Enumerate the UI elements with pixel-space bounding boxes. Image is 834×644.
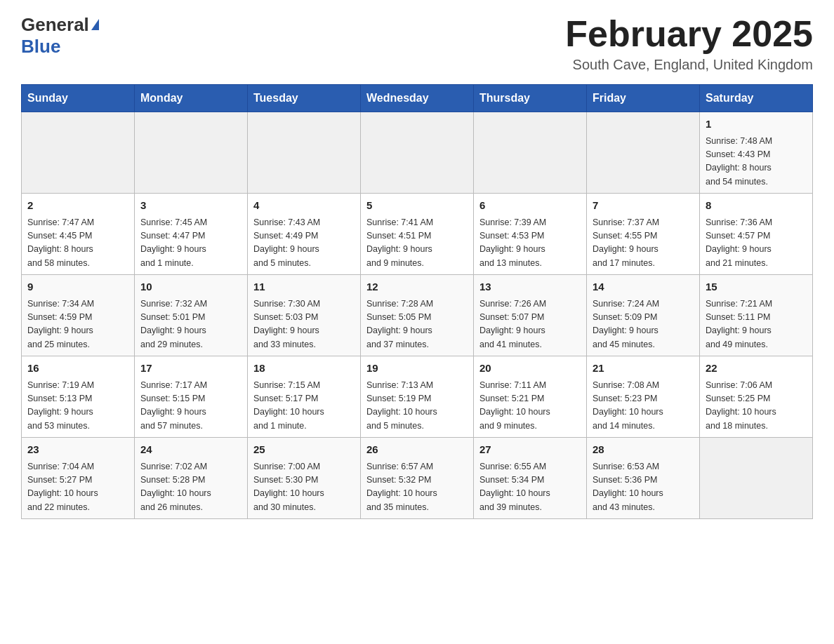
logo: General Blue	[21, 14, 99, 58]
calendar-cell: 24Sunrise: 7:02 AMSunset: 5:28 PMDayligh…	[135, 438, 248, 519]
day-info: Sunrise: 7:32 AMSunset: 5:01 PMDaylight:…	[140, 297, 241, 352]
calendar-cell: 27Sunrise: 6:55 AMSunset: 5:34 PMDayligh…	[474, 438, 587, 519]
day-info: Sunrise: 7:24 AMSunset: 5:09 PMDaylight:…	[593, 297, 694, 352]
day-number: 4	[253, 198, 355, 214]
calendar-cell: 26Sunrise: 6:57 AMSunset: 5:32 PMDayligh…	[361, 438, 474, 519]
calendar-cell: 4Sunrise: 7:43 AMSunset: 4:49 PMDaylight…	[248, 194, 361, 275]
day-info: Sunrise: 7:02 AMSunset: 5:28 PMDaylight:…	[140, 460, 241, 515]
day-info: Sunrise: 7:48 AMSunset: 4:43 PMDaylight:…	[706, 135, 807, 189]
calendar-cell: 23Sunrise: 7:04 AMSunset: 5:27 PMDayligh…	[22, 438, 135, 519]
day-info: Sunrise: 7:00 AMSunset: 5:30 PMDaylight:…	[253, 460, 355, 515]
logo-triangle-icon	[91, 19, 99, 30]
day-number: 11	[253, 279, 355, 295]
month-title: February 2025	[565, 14, 813, 54]
day-number: 12	[366, 279, 468, 295]
day-number: 8	[706, 198, 807, 214]
day-info: Sunrise: 6:55 AMSunset: 5:34 PMDaylight:…	[479, 460, 581, 515]
day-info: Sunrise: 6:57 AMSunset: 5:32 PMDaylight:…	[366, 460, 468, 515]
calendar-cell: 14Sunrise: 7:24 AMSunset: 5:09 PMDayligh…	[587, 275, 700, 356]
calendar-cell: 3Sunrise: 7:45 AMSunset: 4:47 PMDaylight…	[135, 194, 248, 275]
location-text: South Cave, England, United Kingdom	[565, 57, 813, 73]
day-number: 1	[706, 116, 807, 133]
day-number: 20	[479, 361, 581, 377]
day-info: Sunrise: 7:17 AMSunset: 5:15 PMDaylight:…	[140, 379, 241, 434]
day-number: 26	[366, 442, 468, 458]
calendar-cell: 13Sunrise: 7:26 AMSunset: 5:07 PMDayligh…	[474, 275, 587, 356]
calendar-cell: 25Sunrise: 7:00 AMSunset: 5:30 PMDayligh…	[248, 438, 361, 519]
calendar-cell: 15Sunrise: 7:21 AMSunset: 5:11 PMDayligh…	[700, 275, 813, 356]
weekday-header-wednesday: Wednesday	[361, 85, 474, 112]
calendar-cell: 12Sunrise: 7:28 AMSunset: 5:05 PMDayligh…	[361, 275, 474, 356]
calendar-cell: 19Sunrise: 7:13 AMSunset: 5:19 PMDayligh…	[361, 356, 474, 438]
calendar-cell: 5Sunrise: 7:41 AMSunset: 4:51 PMDaylight…	[361, 194, 474, 275]
day-number: 15	[706, 279, 807, 295]
weekday-header-monday: Monday	[135, 85, 248, 112]
day-number: 2	[27, 198, 128, 214]
calendar-week-row: 23Sunrise: 7:04 AMSunset: 5:27 PMDayligh…	[22, 438, 813, 519]
day-number: 23	[27, 442, 128, 458]
calendar-cell	[22, 112, 135, 194]
day-info: Sunrise: 7:37 AMSunset: 4:55 PMDaylight:…	[593, 216, 694, 271]
day-number: 24	[140, 442, 241, 458]
weekday-header-tuesday: Tuesday	[248, 85, 361, 112]
calendar-cell: 22Sunrise: 7:06 AMSunset: 5:25 PMDayligh…	[700, 356, 813, 438]
day-info: Sunrise: 7:06 AMSunset: 5:25 PMDaylight:…	[706, 379, 807, 434]
title-section: February 2025 South Cave, England, Unite…	[565, 14, 813, 73]
calendar-cell: 20Sunrise: 7:11 AMSunset: 5:21 PMDayligh…	[474, 356, 587, 438]
calendar-cell: 18Sunrise: 7:15 AMSunset: 5:17 PMDayligh…	[248, 356, 361, 438]
calendar-cell	[700, 438, 813, 519]
day-number: 10	[140, 279, 241, 295]
weekday-header-thursday: Thursday	[474, 85, 587, 112]
calendar-week-row: 1Sunrise: 7:48 AMSunset: 4:43 PMDaylight…	[22, 112, 813, 194]
day-number: 18	[253, 361, 355, 377]
day-number: 3	[140, 198, 241, 214]
day-number: 13	[479, 279, 581, 295]
day-info: Sunrise: 7:45 AMSunset: 4:47 PMDaylight:…	[140, 216, 241, 271]
day-number: 14	[593, 279, 694, 295]
day-info: Sunrise: 7:28 AMSunset: 5:05 PMDaylight:…	[366, 297, 468, 352]
day-number: 25	[253, 442, 355, 458]
calendar-cell: 21Sunrise: 7:08 AMSunset: 5:23 PMDayligh…	[587, 356, 700, 438]
weekday-header-sunday: Sunday	[22, 85, 135, 112]
calendar-cell: 7Sunrise: 7:37 AMSunset: 4:55 PMDaylight…	[587, 194, 700, 275]
calendar-cell: 10Sunrise: 7:32 AMSunset: 5:01 PMDayligh…	[135, 275, 248, 356]
calendar-table: SundayMondayTuesdayWednesdayThursdayFrid…	[21, 84, 813, 519]
calendar-cell: 2Sunrise: 7:47 AMSunset: 4:45 PMDaylight…	[22, 194, 135, 275]
calendar-cell: 8Sunrise: 7:36 AMSunset: 4:57 PMDaylight…	[700, 194, 813, 275]
day-info: Sunrise: 7:04 AMSunset: 5:27 PMDaylight:…	[27, 460, 128, 515]
day-info: Sunrise: 7:26 AMSunset: 5:07 PMDaylight:…	[479, 297, 581, 352]
calendar-cell	[474, 112, 587, 194]
day-number: 6	[479, 198, 581, 214]
logo-general-line: General	[21, 14, 99, 36]
calendar-cell	[248, 112, 361, 194]
day-info: Sunrise: 7:47 AMSunset: 4:45 PMDaylight:…	[27, 216, 128, 271]
weekday-header-saturday: Saturday	[700, 85, 813, 112]
calendar-cell: 9Sunrise: 7:34 AMSunset: 4:59 PMDaylight…	[22, 275, 135, 356]
day-number: 17	[140, 361, 241, 377]
day-info: Sunrise: 7:19 AMSunset: 5:13 PMDaylight:…	[27, 379, 128, 434]
calendar-cell: 17Sunrise: 7:17 AMSunset: 5:15 PMDayligh…	[135, 356, 248, 438]
day-info: Sunrise: 7:36 AMSunset: 4:57 PMDaylight:…	[706, 216, 807, 271]
day-number: 22	[706, 361, 807, 377]
calendar-cell	[587, 112, 700, 194]
day-info: Sunrise: 7:43 AMSunset: 4:49 PMDaylight:…	[253, 216, 355, 271]
day-number: 16	[27, 361, 128, 377]
day-info: Sunrise: 7:08 AMSunset: 5:23 PMDaylight:…	[593, 379, 694, 434]
day-number: 27	[479, 442, 581, 458]
day-info: Sunrise: 7:34 AMSunset: 4:59 PMDaylight:…	[27, 297, 128, 352]
weekday-header-row: SundayMondayTuesdayWednesdayThursdayFrid…	[22, 85, 813, 112]
logo-general-text: General	[21, 14, 89, 36]
day-info: Sunrise: 7:30 AMSunset: 5:03 PMDaylight:…	[253, 297, 355, 352]
day-info: Sunrise: 7:41 AMSunset: 4:51 PMDaylight:…	[366, 216, 468, 271]
calendar-week-row: 9Sunrise: 7:34 AMSunset: 4:59 PMDaylight…	[22, 275, 813, 356]
calendar-cell	[361, 112, 474, 194]
day-number: 5	[366, 198, 468, 214]
calendar-cell: 11Sunrise: 7:30 AMSunset: 5:03 PMDayligh…	[248, 275, 361, 356]
logo-blue-text: Blue	[21, 36, 60, 58]
calendar-cell: 6Sunrise: 7:39 AMSunset: 4:53 PMDaylight…	[474, 194, 587, 275]
day-number: 9	[27, 279, 128, 295]
calendar-cell: 16Sunrise: 7:19 AMSunset: 5:13 PMDayligh…	[22, 356, 135, 438]
day-info: Sunrise: 7:13 AMSunset: 5:19 PMDaylight:…	[366, 379, 468, 434]
calendar-cell: 1Sunrise: 7:48 AMSunset: 4:43 PMDaylight…	[700, 112, 813, 194]
day-number: 19	[366, 361, 468, 377]
